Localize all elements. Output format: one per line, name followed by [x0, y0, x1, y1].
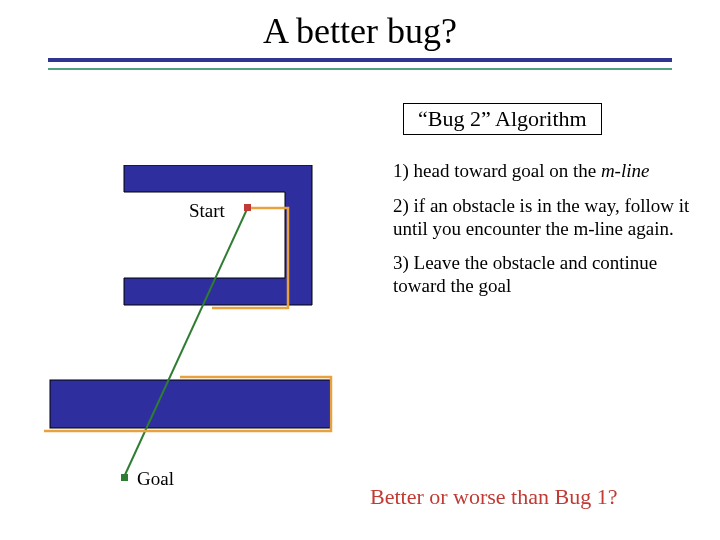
slide-title: A better bug?	[0, 10, 720, 52]
slide: A better bug? “Bug 2” Algorithm 1) head …	[0, 0, 720, 540]
step-1-mline: m-line	[601, 160, 650, 181]
bug2-diagram: Start Goal	[44, 165, 364, 495]
algorithm-steps: 1) head toward goal on the m-line 2) if …	[393, 160, 693, 310]
start-marker	[244, 204, 251, 211]
step-1: 1) head toward goal on the m-line	[393, 160, 693, 183]
goal-marker	[121, 474, 128, 481]
footer-question: Better or worse than Bug 1?	[370, 484, 617, 510]
title-underline	[48, 58, 672, 70]
obstacle-lower	[50, 380, 330, 428]
step-3: 3) Leave the obstacle and continue towar…	[393, 252, 693, 298]
title-bar-thick	[48, 58, 672, 62]
start-label: Start	[189, 200, 225, 222]
title-bar-thin	[48, 68, 672, 70]
algorithm-name-box: “Bug 2” Algorithm	[403, 103, 602, 135]
obstacle-upper	[124, 165, 312, 305]
step-1-text: 1) head toward goal on the	[393, 160, 601, 181]
step-2: 2) if an obstacle is in the way, follow …	[393, 195, 693, 241]
goal-label: Goal	[137, 468, 174, 490]
m-line	[124, 207, 248, 477]
